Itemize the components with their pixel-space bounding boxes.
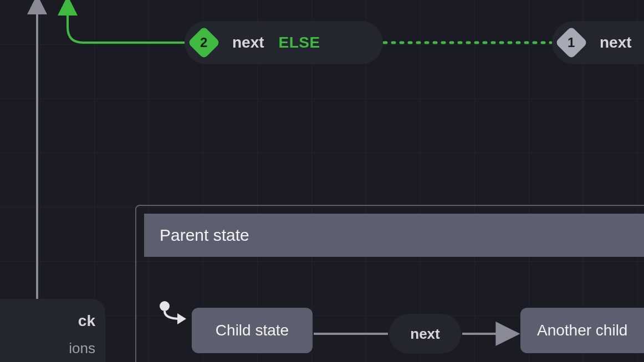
transition-event-label: next xyxy=(232,34,264,51)
child-state-label: Child state xyxy=(216,322,289,339)
transition-event-pill[interactable]: next xyxy=(389,314,461,354)
guard-order-number: 1 xyxy=(568,35,575,50)
initial-state-marker xyxy=(159,300,192,328)
another-child-label: Another child xyxy=(537,322,627,339)
guard-order-number: 2 xyxy=(200,35,207,50)
state-diagram-canvas[interactable]: 2 next ELSE 1 next Parent state Child st… xyxy=(0,0,644,362)
transition-event-label: next xyxy=(600,34,632,51)
transition-guard-label: ELSE xyxy=(279,34,320,51)
event-label: next xyxy=(410,325,439,343)
another-child-state-box[interactable]: Another child xyxy=(520,308,644,353)
transition-node-condition[interactable]: 2 next ELSE xyxy=(185,21,383,64)
parent-state-title: Parent state xyxy=(160,226,249,245)
svg-point-4 xyxy=(160,301,170,311)
transition-node-right[interactable]: 1 next xyxy=(552,21,644,64)
child-state-box[interactable]: Child state xyxy=(192,308,313,353)
partial-node-subtitle-fragment: ions xyxy=(0,340,95,357)
guard-order-badge: 1 xyxy=(555,26,587,59)
guard-order-badge: 2 xyxy=(187,26,220,59)
partial-node-title-fragment: ck xyxy=(0,312,95,330)
parent-state-header[interactable]: Parent state xyxy=(144,214,644,257)
partial-node-left[interactable]: ck ions xyxy=(0,299,105,362)
